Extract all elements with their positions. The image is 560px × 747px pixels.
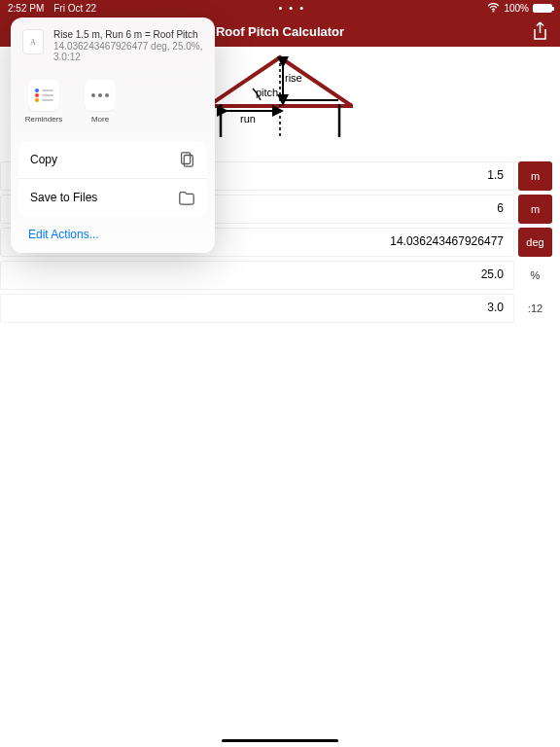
- run-unit-button[interactable]: m: [518, 195, 552, 224]
- share-menu: Copy Save to Files: [18, 141, 207, 216]
- status-date: Fri Oct 22: [53, 3, 96, 14]
- save-to-files-button[interactable]: Save to Files: [18, 178, 207, 216]
- battery-icon: [533, 4, 552, 13]
- ratio-unit-label: :12: [518, 294, 552, 323]
- diagram-label-run: run: [240, 113, 256, 124]
- copy-button[interactable]: Copy: [18, 141, 207, 178]
- action-more-label: More: [91, 115, 109, 124]
- status-time: 2:52 PM: [8, 3, 44, 14]
- angle-unit-button[interactable]: deg: [518, 228, 552, 257]
- share-preview: A Rise 1.5 m, Run 6 m = Roof Pitch 14.03…: [11, 18, 215, 80]
- svg-point-0: [493, 11, 495, 13]
- status-dots: • • •: [96, 2, 487, 14]
- folder-icon: [178, 189, 195, 206]
- copy-label: Copy: [30, 153, 57, 166]
- share-sheet: A Rise 1.5 m, Run 6 m = Roof Pitch 14.03…: [11, 18, 215, 253]
- svg-point-9: [98, 93, 102, 97]
- wifi-icon: [487, 3, 500, 13]
- action-reminders[interactable]: Reminders: [22, 80, 65, 124]
- action-reminders-label: Reminders: [25, 115, 63, 124]
- row-percent: 25.0 %: [0, 261, 552, 290]
- svg-point-8: [91, 93, 95, 97]
- reminders-icon: [28, 80, 59, 111]
- more-icon: [85, 80, 116, 111]
- edit-actions-button[interactable]: Edit Actions...: [11, 216, 215, 245]
- share-icon: [532, 21, 548, 41]
- row-ratio: 3.0 :12: [0, 294, 552, 323]
- diagram-label-rise: rise: [285, 72, 302, 84]
- save-to-files-label: Save to Files: [30, 191, 97, 204]
- copy-icon: [178, 151, 195, 168]
- share-preview-line1: Rise 1.5 m, Run 6 m = Roof Pitch: [53, 29, 203, 40]
- action-more[interactable]: More: [79, 80, 122, 124]
- svg-point-10: [105, 93, 109, 97]
- text-file-icon: A: [22, 29, 44, 54]
- home-indicator[interactable]: [222, 739, 338, 742]
- page-title: Roof Pitch Calculator: [216, 24, 344, 39]
- battery-percent: 100%: [504, 3, 529, 14]
- rise-unit-button[interactable]: m: [518, 161, 552, 191]
- svg-rect-11: [182, 153, 191, 164]
- status-bar: 2:52 PM Fri Oct 22 • • • 100%: [0, 0, 560, 16]
- ratio-value: 3.0: [0, 294, 514, 323]
- svg-rect-12: [184, 156, 192, 167]
- share-preview-line2: 14.036243467926477 deg, 25.0%, 3.0:12: [53, 41, 203, 62]
- percent-unit-label: %: [518, 261, 552, 290]
- percent-value: 25.0: [0, 261, 514, 290]
- share-button[interactable]: [532, 21, 548, 45]
- diagram-label-pitch: pitch: [256, 87, 278, 98]
